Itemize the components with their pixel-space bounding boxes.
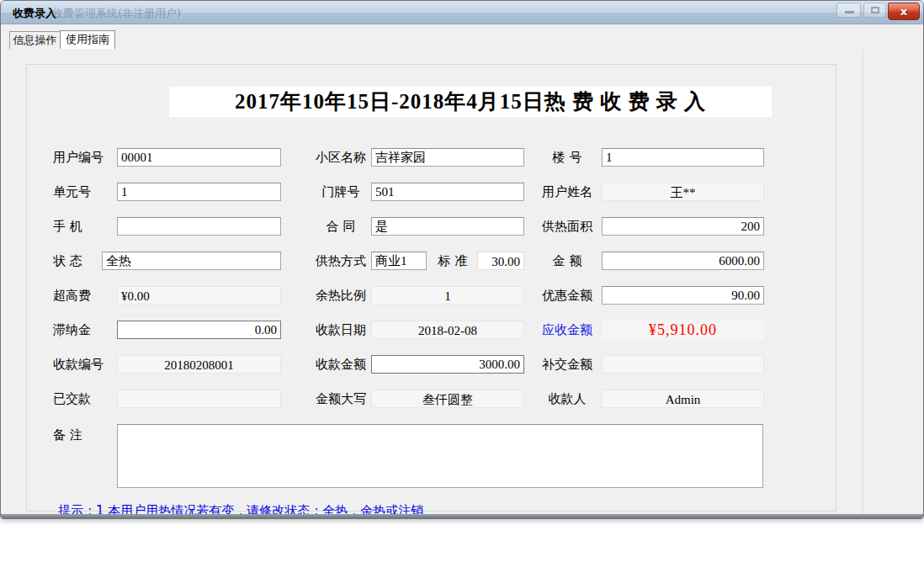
minimize-icon — [845, 11, 854, 13]
late-fee-label: 滞纳金 — [53, 321, 119, 339]
door-input[interactable] — [371, 183, 524, 201]
receive-date-label: 收款日期 — [311, 321, 371, 339]
residual-ratio-label: 余热比例 — [311, 286, 371, 305]
user-id-input[interactable] — [117, 148, 281, 167]
amount-words-label: 金额大写 — [311, 390, 371, 408]
amount-label: 金 额 — [538, 252, 597, 270]
cashier-value: Admin — [602, 390, 764, 408]
receivable-label: 应收金额 — [538, 321, 597, 339]
cashier-label: 收款人 — [538, 390, 597, 408]
tab-page-edge — [863, 50, 863, 516]
door-label: 门牌号 — [311, 183, 371, 201]
maximize-icon — [871, 7, 879, 13]
remark-textarea[interactable] — [117, 424, 763, 488]
contract-label: 合 同 — [311, 217, 371, 236]
remark-label: 备 注 — [53, 426, 119, 444]
tab-user-guide[interactable]: 使用指南 — [60, 30, 115, 49]
background-window-title: 收费管理系统(非注册用户) — [52, 6, 181, 21]
rate-label: 标 准 — [433, 252, 473, 270]
paid-label: 已交款 — [53, 390, 119, 408]
community-label: 小区名称 — [311, 148, 371, 167]
received-amount-input[interactable] — [371, 355, 524, 374]
over-fee-label: 超高费 — [53, 286, 119, 305]
fee-entry-window: 收费录入 收费管理系统(非注册用户) x 信息操作 使用指南 2017年10年1… — [0, 0, 924, 519]
amount-input[interactable] — [602, 252, 764, 270]
amount-words-value: 叁仟圆整 — [371, 390, 524, 408]
received-amount-label: 收款金额 — [311, 355, 371, 374]
discount-input[interactable] — [602, 286, 764, 305]
status-input[interactable] — [102, 252, 281, 270]
makeup-amount-label: 补交金额 — [538, 355, 597, 374]
window-bottom-frame — [1, 514, 923, 518]
area-input[interactable] — [602, 217, 764, 236]
tab-label: 使用指南 — [66, 33, 109, 45]
title-bar[interactable]: 收费录入 收费管理系统(非注册用户) x — [1, 1, 923, 24]
tab-info-operation[interactable]: 信息操作 — [9, 31, 61, 49]
close-icon: x — [900, 5, 907, 18]
building-input[interactable] — [602, 148, 764, 167]
receipt-no-value: 20180208001 — [117, 355, 281, 374]
mobile-input[interactable] — [117, 217, 281, 236]
owner-label: 用户姓名 — [538, 183, 597, 201]
residual-ratio-value: 1 — [371, 286, 524, 305]
building-label: 楼 号 — [538, 148, 597, 167]
heating-mode-label: 供热方式 — [311, 252, 371, 270]
window-title: 收费录入 — [13, 6, 56, 21]
unit-label: 单元号 — [53, 183, 119, 201]
contract-input[interactable] — [371, 217, 524, 236]
page-title: 2017年10年15日-2018年4月15日热 费 收 费 录 入 — [169, 87, 772, 117]
tab-label: 信息操作 — [13, 34, 57, 46]
unit-input[interactable] — [117, 183, 281, 201]
community-input[interactable] — [371, 148, 524, 167]
over-fee-value: ¥0.00 — [117, 286, 281, 305]
receive-date-value: 2018-02-08 — [371, 321, 524, 339]
user-id-label: 用户编号 — [53, 148, 119, 167]
mobile-label: 手 机 — [53, 217, 119, 236]
discount-label: 优惠金额 — [538, 286, 597, 305]
receipt-no-label: 收款编号 — [53, 355, 119, 374]
heating-mode-input[interactable] — [371, 252, 427, 270]
maximize-button[interactable] — [863, 3, 886, 18]
late-fee-input[interactable] — [117, 321, 281, 339]
rate-value: 30.00 — [477, 252, 524, 270]
area-label: 供热面积 — [538, 217, 597, 236]
minimize-button[interactable] — [836, 3, 861, 18]
owner-value: 王** — [602, 183, 764, 201]
paid-value — [117, 390, 281, 408]
tab-strip: 信息操作 使用指南 — [1, 24, 923, 50]
receivable-value: ¥5,910.00 — [602, 320, 764, 340]
close-button[interactable]: x — [888, 3, 920, 20]
makeup-amount-value — [602, 355, 764, 374]
